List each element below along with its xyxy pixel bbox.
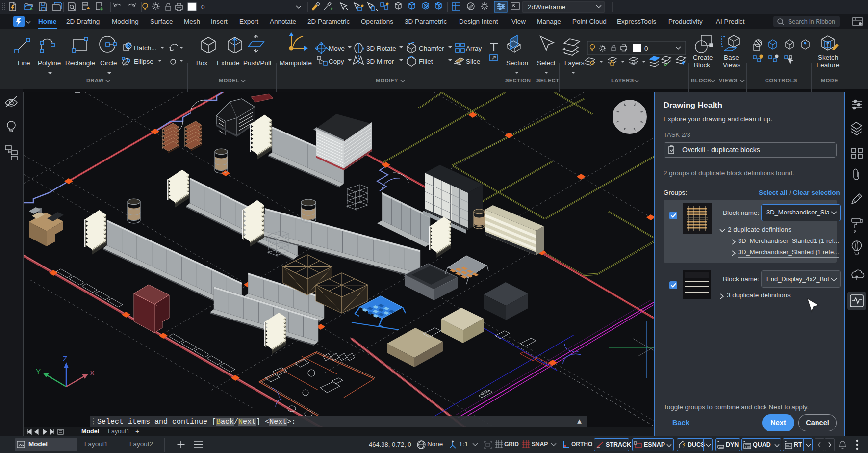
svg-text:Move: Move [329, 45, 345, 52]
svg-text:0: 0 [201, 3, 205, 11]
svg-text:Line: Line [18, 59, 30, 67]
svg-text:Chamfer: Chamfer [419, 45, 444, 52]
svg-text:Rectangle: Rectangle [65, 59, 95, 67]
svg-text:Ellipse: Ellipse [134, 58, 153, 65]
svg-text:Fillet: Fillet [419, 58, 433, 65]
svg-text:Manipulate: Manipulate [280, 59, 312, 67]
svg-text:Circle: Circle [100, 59, 117, 67]
svg-text:Sketch: Sketch [818, 54, 838, 61]
svg-text:Section: Section [506, 59, 528, 67]
svg-text:Extrude: Extrude [217, 59, 240, 67]
svg-text:Box: Box [196, 59, 208, 67]
svg-text:3D Mirror: 3D Mirror [366, 58, 394, 65]
svg-text:Create: Create [693, 54, 713, 61]
svg-text:Block: Block [694, 61, 710, 69]
svg-text:Base: Base [724, 54, 739, 61]
svg-text:Select: Select [537, 59, 556, 67]
svg-text:Layers: Layers [564, 59, 585, 67]
svg-text:Polyline: Polyline [38, 59, 61, 67]
svg-text:Search in Ribbon: Search in Ribbon [788, 18, 835, 25]
svg-text:0: 0 [644, 45, 648, 52]
svg-text:Slice: Slice [466, 58, 480, 65]
svg-text:Feature: Feature [817, 61, 840, 69]
svg-text:Push/Pull: Push/Pull [243, 59, 271, 67]
svg-text:Z: Z [63, 354, 67, 363]
svg-text:2dWireframe: 2dWireframe [528, 3, 565, 11]
svg-text:Copy: Copy [329, 58, 344, 65]
svg-text:X: X [90, 369, 95, 377]
svg-text:Y: Y [36, 367, 41, 375]
svg-text:Views: Views [723, 61, 740, 69]
svg-text:Hatch...: Hatch... [134, 44, 157, 52]
svg-text:3D Rotate: 3D Rotate [366, 45, 396, 52]
svg-text:Array: Array [466, 45, 482, 52]
